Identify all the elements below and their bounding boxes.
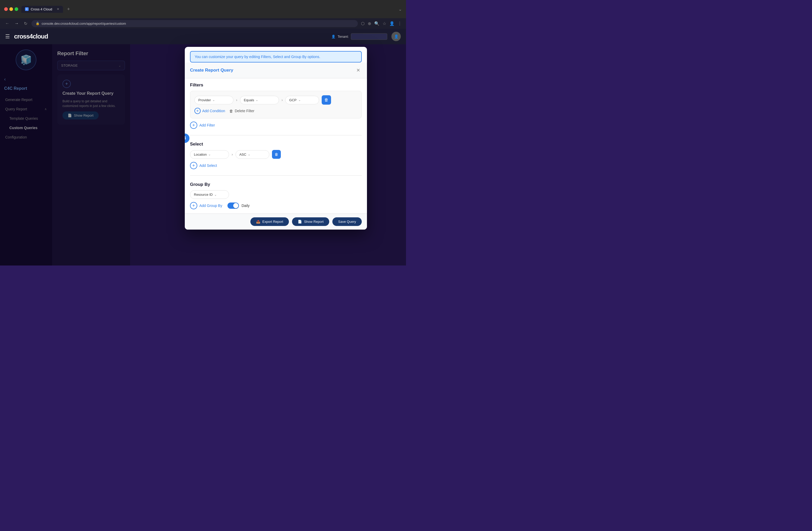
asc-order-select[interactable]: ASC ⌄ [235,150,270,159]
delete-select-row-button[interactable]: 🗑 [272,150,281,159]
filters-section: Filters Provider ⌄ › Equals ⌄ [190,83,362,129]
operator-chevron-icon: ⌄ [256,98,258,102]
new-tab-button[interactable]: + [65,5,72,13]
tab-close-button[interactable]: ✕ [57,7,59,11]
hamburger-icon[interactable]: ☰ [5,33,10,40]
traffic-lights [4,7,18,11]
refresh-button[interactable]: ↻ [23,20,28,27]
add-group-by-button[interactable]: + Add Group By [190,202,222,209]
resource-id-select[interactable]: Resource ID ⌄ [190,190,229,199]
daily-label: Daily [242,203,250,208]
create-report-query-modal: 4 You can customize your query by editin… [185,47,367,230]
add-select-row[interactable]: + Add Select [190,162,362,169]
back-button[interactable]: ← [4,20,11,27]
divider-1 [190,135,362,135]
navbar-right: 👤 Tenant: 👤 [331,32,401,41]
add-group-circle-icon: + [190,202,197,209]
select-section-title: Select [190,142,362,147]
arrow-right-icon: › [236,98,237,102]
select-section: Select Location ⌄ › ASC ⌄ 🗑 [190,142,362,169]
minimize-window-button[interactable] [9,7,13,11]
show-report-modal-button[interactable]: 📄 Show Report [292,217,329,226]
trash-select-icon: 🗑 [275,152,278,156]
add-filter-row[interactable]: + Add Filter [190,121,362,129]
add-condition-button[interactable]: + Add Condition [194,108,225,114]
select-row: Location ⌄ › ASC ⌄ 🗑 [190,150,362,159]
trash-bin-icon: 🗑 [324,98,329,102]
filter-row-card: Provider ⌄ › Equals ⌄ › GCP ⌄ [190,91,362,118]
tab-bar: C Cross 4 Cloud ✕ + [21,5,395,13]
filters-section-title: Filters [190,83,362,88]
value-chevron-icon: ⌄ [298,98,301,102]
profile-icon[interactable]: 👤 [389,21,394,26]
order-chevron-icon: ⌄ [248,153,250,156]
modal-footer: 📤 Export Report 📄 Show Report Save Query [185,213,367,230]
maximize-window-button[interactable] [15,7,18,11]
tab-title: Cross 4 Cloud [31,7,52,11]
group-by-section-title: Group By [190,182,362,187]
tenant-icon: 👤 [331,34,335,39]
location-field-select[interactable]: Location ⌄ [190,150,229,159]
tab-favicon: C [25,7,29,11]
close-window-button[interactable] [4,7,8,11]
toggle-knob [233,203,238,208]
equals-operator-select[interactable]: Equals ⌄ [240,96,279,104]
show-report-icon: 📄 [298,220,302,224]
browser-chrome: C Cross 4 Cloud ✕ + ⌄ [0,0,406,18]
resource-id-chevron-icon: ⌄ [214,193,217,197]
address-bar: ← → ↻ 🔒 console.dev.cross4cloud.com/app/… [0,18,406,29]
delete-filter-trash-icon: 🗑 [229,109,233,113]
modal-title: Create Report Query [190,68,233,73]
lock-icon: 🔒 [36,21,40,25]
add-group-by-row: + Add Group By Daily [190,202,362,209]
delete-filter-row-button[interactable]: 🗑 [322,95,331,105]
app-logo: cross4cloud [14,33,48,40]
daily-toggle[interactable] [228,202,239,209]
active-tab[interactable]: C Cross 4 Cloud ✕ [21,6,63,13]
modal-header: Create Report Query ✕ [185,62,367,78]
menu-icon[interactable]: ⋮ [398,21,402,26]
modal-body: Filters Provider ⌄ › Equals ⌄ [185,78,367,213]
star-icon[interactable]: ☆ [382,21,386,26]
add-condition-circle-icon: + [194,108,201,114]
delete-filter-button[interactable]: 🗑 Delete Filter [229,109,254,113]
provider-field-select[interactable]: Provider ⌄ [194,96,233,104]
add-select-circle-icon: + [190,162,197,169]
filter-conditions-row: Provider ⌄ › Equals ⌄ › GCP ⌄ [194,95,357,105]
tenant-input[interactable] [351,33,387,40]
modal-overlay: 4 You can customize your query by editin… [0,44,406,266]
location-chevron-icon: ⌄ [208,153,211,156]
browser-actions: ⬡ ⊕ 🔍 ☆ 👤 ⋮ [361,21,402,26]
provider-chevron-icon: ⌄ [212,98,215,102]
divider-2 [190,175,362,176]
tenant-label: 👤 Tenant: [331,33,387,40]
export-report-button[interactable]: 📤 Export Report [250,217,289,226]
select-arrow-right-icon: › [232,152,233,156]
forward-button[interactable]: → [14,20,20,27]
group-by-row: Resource ID ⌄ [190,190,362,199]
group-by-section: Group By Resource ID ⌄ + Add Group By [190,182,362,209]
zoom-icon[interactable]: 🔍 [374,21,379,26]
main-layout: 🧊 ‹ C4C Report Generate Report Query Rep… [0,44,406,266]
url-text: console.dev.cross4cloud.com/app/report/q… [42,21,126,26]
user-avatar[interactable]: 👤 [391,32,401,41]
tab-overflow-button[interactable]: ⌄ [398,7,402,12]
export-icon: 📤 [256,220,260,224]
arrow-right-icon-2: › [281,98,283,102]
gcp-value-select[interactable]: GCP ⌄ [285,96,319,104]
daily-toggle-row: Daily [228,202,250,209]
url-bar[interactable]: 🔒 console.dev.cross4cloud.com/app/report… [31,20,358,27]
modal-close-button[interactable]: ✕ [354,67,362,74]
extensions-icon[interactable]: ⬡ [361,21,365,26]
modal-tip: You can customize your query by editing … [190,51,362,62]
top-navbar: ☰ cross4cloud 👤 Tenant: 👤 [0,29,406,44]
filter-actions: + Add Condition 🗑 Delete Filter [194,108,357,114]
save-query-button[interactable]: Save Query [332,217,362,226]
translate-icon[interactable]: ⊕ [368,21,371,26]
add-filter-circle-icon: + [190,121,197,129]
